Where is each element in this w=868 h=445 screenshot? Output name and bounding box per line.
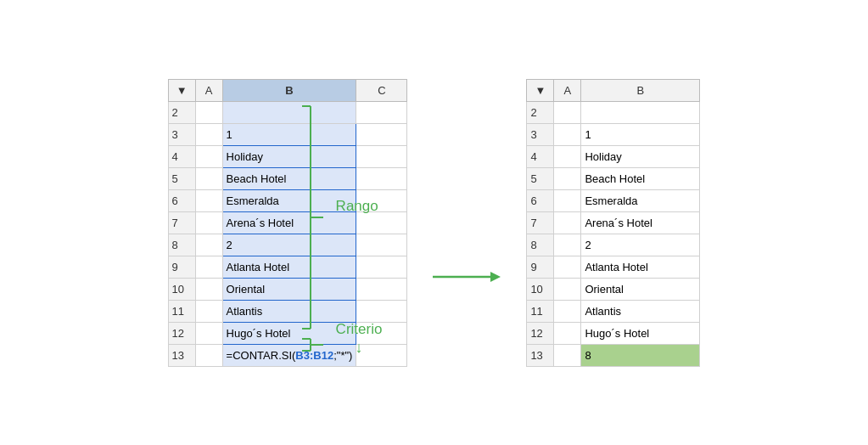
cell-ra3[interactable]: [554, 123, 581, 145]
col-b-header[interactable]: B: [222, 79, 356, 101]
row-num: 4: [168, 145, 195, 167]
table-row: 5 Beach Hotel: [168, 167, 407, 189]
table-row: 13 8: [527, 344, 700, 366]
cell-ra13[interactable]: [554, 344, 581, 366]
right-spreadsheet-wrapper: ▼ A B 2 3 1 4 Holi: [526, 79, 700, 367]
row-num: 3: [168, 123, 195, 145]
table-row: 12 Hugo´s Hotel: [527, 322, 700, 344]
cell-a6[interactable]: [195, 189, 222, 211]
table-row: 10 Oriental: [527, 278, 700, 300]
row-num: 7: [168, 211, 195, 234]
cell-rb5[interactable]: Beach Hotel: [581, 167, 700, 189]
row-num: 6: [527, 189, 554, 211]
table-row: 4 Holiday: [527, 145, 700, 167]
cell-c8[interactable]: [356, 234, 407, 256]
col-c-header[interactable]: C: [356, 79, 407, 101]
row-num: 8: [527, 234, 554, 256]
cell-c7[interactable]: [356, 211, 407, 234]
cell-b8[interactable]: 2: [222, 234, 356, 256]
cell-a11[interactable]: [195, 300, 222, 322]
cell-rb11[interactable]: Atlantis: [581, 300, 700, 322]
table-row: 5 Beach Hotel: [527, 167, 700, 189]
row-num: 11: [527, 300, 554, 322]
col-a-header[interactable]: A: [195, 79, 222, 101]
cell-b11[interactable]: Atlantis: [222, 300, 356, 322]
cell-ra6[interactable]: [554, 189, 581, 211]
cell-ra4[interactable]: [554, 145, 581, 167]
svg-marker-9: [490, 272, 501, 282]
cell-a4[interactable]: [195, 145, 222, 167]
table-row: 9 Atlanta Hotel: [527, 256, 700, 278]
criterio-label-group: Criterio ↓: [336, 321, 383, 355]
cell-a12[interactable]: [195, 322, 222, 344]
cell-a8[interactable]: [195, 234, 222, 256]
cell-c2[interactable]: [356, 101, 407, 123]
cell-rb7[interactable]: Arena´s Hotel: [581, 211, 700, 234]
cell-rb12[interactable]: Hugo´s Hotel: [581, 322, 700, 344]
row-num: 9: [168, 256, 195, 278]
cell-rb13-result[interactable]: 8: [581, 344, 700, 366]
row-num: 5: [168, 167, 195, 189]
cell-a7[interactable]: [195, 211, 222, 234]
row-num: 3: [527, 123, 554, 145]
row-num: 13: [168, 344, 195, 366]
col-a-header-right[interactable]: A: [554, 79, 581, 101]
cell-c9[interactable]: [356, 256, 407, 278]
cell-ra7[interactable]: [554, 211, 581, 234]
cell-rb2[interactable]: [581, 101, 700, 123]
main-container: ▼ A B C 2 3 1: [143, 62, 726, 384]
row-num: 2: [527, 101, 554, 123]
row-num: 12: [168, 322, 195, 344]
row-num: 6: [168, 189, 195, 211]
corner-header: ▼: [168, 79, 195, 101]
cell-b5[interactable]: Beach Hotel: [222, 167, 356, 189]
table-row: 4 Holiday: [168, 145, 407, 167]
arrow-svg: [433, 267, 501, 287]
cell-b2[interactable]: [222, 101, 356, 123]
cell-a2[interactable]: [195, 101, 222, 123]
cell-b9[interactable]: Atlanta Hotel: [222, 256, 356, 278]
table-row: 2: [527, 101, 700, 123]
cell-ra11[interactable]: [554, 300, 581, 322]
cell-rb6[interactable]: Esmeralda: [581, 189, 700, 211]
cell-b3[interactable]: 1: [222, 123, 356, 145]
cell-a5[interactable]: [195, 167, 222, 189]
cell-b7[interactable]: Arena´s Hotel: [222, 211, 356, 234]
cell-c4[interactable]: [356, 145, 407, 167]
table-row: 7 Arena´s Hotel: [527, 211, 700, 234]
cell-ra8[interactable]: [554, 234, 581, 256]
cell-b10[interactable]: Oriental: [222, 278, 356, 300]
cell-rb8[interactable]: 2: [581, 234, 700, 256]
cell-rb9[interactable]: Atlanta Hotel: [581, 256, 700, 278]
cell-c11[interactable]: [356, 300, 407, 322]
table-row: 3 1: [168, 123, 407, 145]
cell-ra5[interactable]: [554, 167, 581, 189]
row-num: 13: [527, 344, 554, 366]
cell-rb3[interactable]: 1: [581, 123, 700, 145]
right-arrow: [433, 267, 501, 290]
row-num: 12: [527, 322, 554, 344]
table-row: 7 Arena´s Hotel: [168, 211, 407, 234]
cell-ra10[interactable]: [554, 278, 581, 300]
cell-a10[interactable]: [195, 278, 222, 300]
table-row: 9 Atlanta Hotel: [168, 256, 407, 278]
cell-rb4[interactable]: Holiday: [581, 145, 700, 167]
cell-a3[interactable]: [195, 123, 222, 145]
cell-ra12[interactable]: [554, 322, 581, 344]
col-b-header-right[interactable]: B: [581, 79, 700, 101]
formula-funcname: CONTAR.SI(: [232, 349, 295, 362]
table-row: 3 1: [527, 123, 700, 145]
cell-c3[interactable]: [356, 123, 407, 145]
cell-a9[interactable]: [195, 256, 222, 278]
cell-c10[interactable]: [356, 278, 407, 300]
cell-ra9[interactable]: [554, 256, 581, 278]
left-spreadsheet-wrapper: ▼ A B C 2 3 1: [168, 79, 408, 367]
table-row: 10 Oriental: [168, 278, 407, 300]
cell-rb10[interactable]: Oriental: [581, 278, 700, 300]
cell-ra2[interactable]: [554, 101, 581, 123]
row-num: 10: [168, 278, 195, 300]
table-row: 8 2: [527, 234, 700, 256]
cell-a13[interactable]: [195, 344, 222, 366]
cell-b4[interactable]: Holiday: [222, 145, 356, 167]
cell-c5[interactable]: [356, 167, 407, 189]
